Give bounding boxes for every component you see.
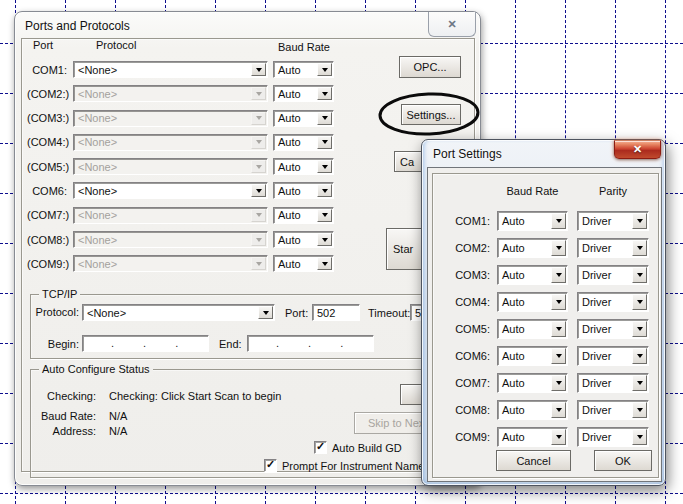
chevron-down-icon[interactable] [551, 267, 566, 283]
port-settings-dialog: Port Settings ✕ Baud Rate Parity COM1: A… [421, 139, 666, 486]
ps-baud-combo[interactable]: Auto [497, 400, 568, 420]
ps-com-label: COM5: [428, 323, 490, 335]
tcp-begin-label: Begin: [31, 338, 79, 350]
chevron-down-icon[interactable] [317, 257, 332, 270]
opc-button[interactable]: OPC... [399, 56, 461, 78]
auto-build-checkbox[interactable]: ✓ [314, 441, 327, 454]
ps-baud-combo[interactable]: Auto [497, 238, 568, 258]
chevron-down-icon[interactable] [317, 63, 332, 76]
protocol-combo[interactable]: <None> [73, 231, 268, 248]
protocol-combo[interactable]: <None> [73, 134, 268, 151]
chevron-down-icon[interactable] [251, 87, 266, 100]
protocol-combo[interactable]: <None> [73, 207, 268, 224]
chevron-down-icon[interactable] [317, 136, 332, 149]
chevron-down-icon[interactable] [251, 112, 266, 125]
ps-com-label: COM8: [428, 404, 490, 416]
chevron-down-icon[interactable] [317, 233, 332, 246]
ps-parity-combo[interactable]: Driver [577, 238, 649, 258]
chevron-down-icon[interactable] [632, 429, 647, 445]
chevron-down-icon[interactable] [632, 240, 647, 256]
com-port-label: (COM7:) [27, 209, 73, 221]
com-port-row: (COM4:) <None> Auto [27, 134, 357, 151]
baud-rate-combo[interactable]: Auto [273, 85, 334, 102]
port-settings-close-button[interactable]: ✕ [614, 140, 661, 159]
ok-button[interactable]: OK [594, 450, 652, 471]
chevron-down-icon[interactable] [632, 402, 647, 418]
chevron-down-icon[interactable] [317, 87, 332, 100]
chevron-down-icon[interactable] [632, 348, 647, 364]
chevron-down-icon[interactable] [632, 375, 647, 391]
ps-baud-combo[interactable]: Auto [497, 346, 568, 366]
baud-rate-combo[interactable]: Auto [273, 231, 334, 248]
chevron-down-icon[interactable] [251, 160, 266, 173]
prompt-instrument-checkbox[interactable]: ✓ [264, 459, 277, 472]
baud-rate-combo[interactable]: Auto [273, 207, 334, 224]
chevron-down-icon[interactable] [632, 213, 647, 229]
settings-button[interactable]: Settings... [401, 104, 461, 125]
ps-parity-combo[interactable]: Driver [577, 427, 649, 447]
ps-com-label: COM7: [428, 377, 490, 389]
chevron-down-icon[interactable] [551, 321, 566, 337]
grid-line [0, 493, 683, 494]
chevron-down-icon[interactable] [551, 348, 566, 364]
ps-parity-combo[interactable]: Driver [577, 400, 649, 420]
ps-baud-combo[interactable]: Auto [497, 292, 568, 312]
tcp-begin-input[interactable]: . . . [82, 335, 209, 352]
chevron-down-icon[interactable] [317, 209, 332, 222]
chevron-down-icon[interactable] [551, 375, 566, 391]
chevron-down-icon[interactable] [551, 402, 566, 418]
ps-baud-combo[interactable]: Auto [497, 427, 568, 447]
ps-com-row: COM2: Auto Driver [428, 238, 663, 258]
chevron-down-icon[interactable] [251, 63, 266, 76]
chevron-down-icon[interactable] [251, 257, 266, 270]
ps-parity-combo[interactable]: Driver [577, 211, 649, 231]
protocol-combo[interactable]: <None> [73, 61, 268, 78]
chevron-down-icon[interactable] [551, 294, 566, 310]
cancel-button[interactable]: Cancel [496, 450, 571, 471]
protocol-combo[interactable]: <None> [73, 182, 268, 199]
chevron-down-icon[interactable] [632, 294, 647, 310]
chevron-down-icon[interactable] [632, 267, 647, 283]
chevron-down-icon[interactable] [258, 306, 273, 319]
baud-rate-combo[interactable]: Auto [273, 182, 334, 199]
ps-parity-combo[interactable]: Driver [577, 319, 649, 339]
baud-rate-combo[interactable]: Auto [273, 61, 334, 78]
protocol-combo[interactable]: <None> [73, 158, 268, 175]
ps-baud-combo[interactable]: Auto [497, 265, 568, 285]
protocol-combo[interactable]: <None> [73, 255, 268, 272]
chevron-down-icon[interactable] [551, 429, 566, 445]
chevron-down-icon[interactable] [551, 240, 566, 256]
baud-rate-combo[interactable]: Auto [273, 110, 334, 127]
protocol-combo[interactable]: <None> [73, 110, 268, 127]
ps-parity-combo[interactable]: Driver [577, 346, 649, 366]
ps-baud-combo[interactable]: Auto [497, 211, 568, 231]
ps-com-row: COM9: Auto Driver [428, 427, 663, 447]
tcp-port-input[interactable]: 502 [312, 304, 360, 321]
status-group-label: Auto Configure Status [39, 363, 153, 375]
chevron-down-icon[interactable] [251, 233, 266, 246]
chevron-down-icon[interactable] [317, 184, 332, 197]
ps-parity-combo[interactable]: Driver [577, 265, 649, 285]
ps-parity-combo[interactable]: Driver [577, 292, 649, 312]
chevron-down-icon[interactable] [251, 136, 266, 149]
com-port-row: (COM3:) <None> Auto [27, 110, 357, 127]
baud-rate-combo[interactable]: Auto [273, 134, 334, 151]
chevron-down-icon[interactable] [551, 213, 566, 229]
chevron-down-icon[interactable] [251, 184, 266, 197]
chevron-down-icon[interactable] [317, 112, 332, 125]
ps-baud-combo[interactable]: Auto [497, 373, 568, 393]
ps-baud-combo[interactable]: Auto [497, 319, 568, 339]
chevron-down-icon[interactable] [632, 321, 647, 337]
chevron-down-icon[interactable] [251, 209, 266, 222]
close-button[interactable]: ✕ [428, 12, 476, 37]
checkmark-icon: ✓ [316, 440, 325, 453]
tcp-end-input[interactable]: . . . [247, 335, 374, 352]
protocol-combo[interactable]: <None> [73, 85, 268, 102]
baud-rate-combo[interactable]: Auto [273, 255, 334, 272]
checkmark-icon: ✓ [266, 458, 275, 471]
tcp-protocol-combo[interactable]: <None> [82, 304, 275, 321]
com-port-label: COM1: [27, 64, 73, 76]
ps-parity-combo[interactable]: Driver [577, 373, 649, 393]
baud-rate-combo[interactable]: Auto [273, 158, 334, 175]
chevron-down-icon[interactable] [317, 160, 332, 173]
